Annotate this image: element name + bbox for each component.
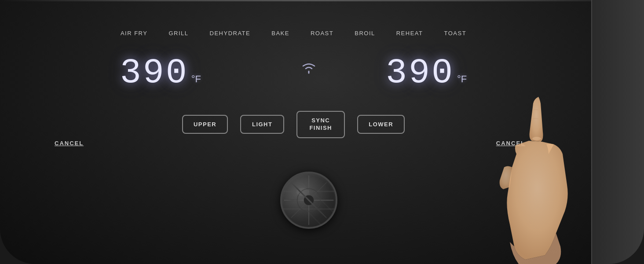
temp-displays: 390 °F 390 °F	[0, 53, 587, 93]
mode-air-fry[interactable]: AIR FRY	[121, 30, 148, 37]
light-button[interactable]: LIGHT	[240, 115, 284, 134]
mode-reheat[interactable]: REHEAT	[396, 30, 423, 37]
mode-row: AIR FRY GRILL DEHYDRATE BAKE ROAST BROIL…	[0, 30, 587, 37]
temp-display-right: 390 °F	[386, 53, 467, 93]
cancel-right-button[interactable]: CANCEL	[496, 140, 525, 147]
mode-bake[interactable]: BAKE	[271, 30, 289, 37]
svg-point-9	[304, 195, 314, 205]
temp-value-right: 390	[386, 53, 454, 93]
dial-knob[interactable]	[280, 172, 337, 229]
appliance-panel: AIR FRY GRILL DEHYDRATE BAKE ROAST BROIL…	[0, 0, 644, 264]
mode-roast[interactable]: ROAST	[311, 30, 333, 37]
temp-value-left: 390	[120, 53, 189, 93]
mode-toast[interactable]: TOAST	[444, 30, 467, 37]
svg-line-5	[309, 200, 326, 218]
upper-button[interactable]: UPPER	[182, 115, 228, 134]
dial-texture	[282, 173, 336, 227]
sync-line1: SYNC	[311, 117, 330, 124]
temp-unit-left: °F	[191, 73, 201, 85]
sync-finish-button[interactable]: SYNC FINISH	[296, 111, 345, 138]
temp-display-left: 390 °F	[120, 53, 201, 93]
right-panel	[591, 0, 644, 264]
mode-broil[interactable]: BROIL	[355, 30, 375, 37]
lower-button[interactable]: LOWER	[357, 115, 405, 134]
dial-container	[280, 172, 337, 229]
sync-line2: FINISH	[309, 125, 332, 131]
control-row: UPPER LIGHT SYNC FINISH LOWER	[0, 111, 587, 138]
cancel-left-button[interactable]: CANCEL	[55, 140, 84, 147]
mode-dehydrate[interactable]: DEHYDRATE	[210, 30, 251, 37]
temp-unit-right: °F	[457, 73, 467, 85]
mode-grill[interactable]: GRILL	[168, 30, 188, 37]
svg-point-10	[296, 188, 309, 196]
